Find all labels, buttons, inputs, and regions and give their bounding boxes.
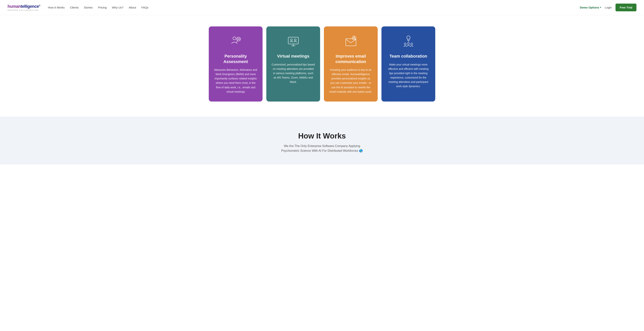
svg-point-2 [238,39,238,40]
nav-link-how-it-works[interactable]: How It Works [48,6,65,9]
nav-link-clients[interactable]: Clients [70,6,79,9]
personality-svg [229,35,242,48]
card-personality: Personality Assessment Measures Behavior… [209,26,262,102]
svg-point-18 [411,43,412,45]
card-team: Team collaboration Make your virtual mee… [382,26,435,102]
login-link[interactable]: Login [605,6,612,9]
nav-link-pricing[interactable]: Pricing [98,6,107,9]
virtual-meetings-svg [287,35,300,48]
virtual-meetings-icon [286,34,301,49]
card-email: Improves email communication Knowing you… [324,26,378,102]
logo-tagline: SMARTER COLLABORATION [8,9,40,11]
nav-item-stories[interactable]: Stories [84,6,93,9]
nav-item-about[interactable]: About [129,6,136,9]
svg-point-4 [239,39,240,40]
card-virtual-meetings: Virtual meetings Customized, personalize… [266,26,320,102]
team-icon [401,34,416,49]
logo-human: human [8,4,21,9]
card-virtual-meetings-desc: Customized, personalized tips based on m… [272,62,315,84]
svg-point-9 [294,39,296,41]
nav-link-stories[interactable]: Stories [84,6,93,9]
nav-right: Demo Options ▾ Login Free Trial [580,4,636,11]
demo-options-label: Demo Options [580,6,599,9]
logo-telligence: telligence [21,4,39,9]
card-team-desc: Make your virtual meetings more effectiv… [387,62,430,89]
nav-link-faqs[interactable]: FAQs [141,6,148,9]
demo-options-button[interactable]: Demo Options ▾ [580,6,601,9]
card-team-title: Team collaboration [390,54,427,59]
team-svg [402,35,415,48]
cards-grid: Personality Assessment Measures Behavior… [209,26,435,102]
svg-point-16 [404,43,406,45]
logo-trademark: ® [39,4,40,6]
nav-item-why-us[interactable]: Why Us? [112,6,124,9]
svg-point-17 [408,43,410,44]
nav-item-faqs[interactable]: FAQs [141,6,148,9]
free-trial-button[interactable]: Free Trial [616,4,636,11]
email-svg [344,35,358,48]
nav-link-about[interactable]: About [129,6,136,9]
svg-point-3 [238,39,239,40]
personality-icon [228,34,243,49]
svg-rect-5 [288,37,298,44]
card-personality-title: Personality Assessment [214,54,257,64]
how-it-works-section: How It Works We Are The Only Enterprise … [0,116,644,164]
nav-item-clients[interactable]: Clients [70,6,79,9]
card-email-title: Improves email communication [329,54,372,64]
how-subtitle-line2: Psychometric Science With AI For Distrib… [281,149,362,152]
nav-link-why-us[interactable]: Why Us? [112,6,124,9]
navbar: humantelligence® SMARTER COLLABORATION H… [0,0,644,15]
card-virtual-meetings-title: Virtual meetings [277,54,309,59]
nav-links: How It Works Clients Stories Pricing Why… [48,6,580,9]
card-email-desc: Knowing your audience is key to an effec… [329,68,372,94]
logo-text: humantelligence® [8,4,40,9]
svg-point-8 [290,39,292,41]
svg-point-13 [407,36,410,39]
how-title: How It Works [8,132,636,140]
svg-point-0 [233,37,236,40]
nav-item-how-it-works[interactable]: How It Works [48,6,65,9]
how-subtitle: We Are The Only Enterprise Software Comp… [8,144,636,153]
how-subtitle-line1: We Are The Only Enterprise Software Comp… [284,144,360,148]
email-icon [343,34,358,49]
chevron-down-icon: ▾ [600,6,601,9]
nav-item-pricing[interactable]: Pricing [98,6,107,9]
logo[interactable]: humantelligence® SMARTER COLLABORATION [8,4,40,11]
card-personality-desc: Measures Behaviors, Motivators and Work … [214,68,257,94]
cards-section: Personality Assessment Measures Behavior… [0,15,644,116]
